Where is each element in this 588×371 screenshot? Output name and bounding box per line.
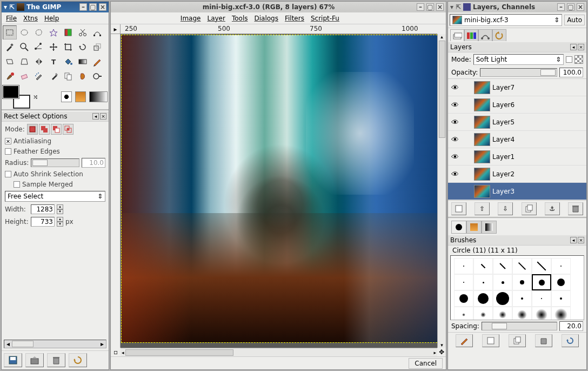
layer-name[interactable]: Layer7 — [492, 84, 514, 91]
blend-mode-dropdown[interactable]: Soft Light ⇕ — [473, 54, 564, 65]
brush-item[interactable] — [532, 307, 551, 320]
layer-thumbnail[interactable] — [474, 150, 490, 163]
tool-ink[interactable] — [46, 69, 61, 83]
fgbg-swatch[interactable] — [3, 85, 30, 108]
restore-options-button[interactable] — [25, 353, 44, 367]
opacity-field[interactable]: 100.0 — [559, 68, 583, 77]
brush-item[interactable] — [512, 290, 532, 307]
brush-item[interactable] — [473, 307, 493, 320]
panel-detach-icon[interactable]: ◂ — [570, 44, 577, 50]
brush-item[interactable] — [454, 274, 473, 290]
active-gradient-indicator[interactable] — [89, 91, 108, 102]
menu-layer[interactable]: Layer — [207, 15, 225, 22]
toolbox-hscroll[interactable]: ◂ ▸ — [4, 340, 106, 348]
tool-move[interactable] — [46, 40, 61, 54]
layer-row[interactable]: 👁Layer4 — [448, 131, 586, 148]
delete-options-button[interactable] — [47, 353, 65, 367]
layer-name[interactable]: Layer5 — [492, 118, 514, 126]
tool-scale[interactable] — [90, 40, 104, 54]
panel-detach-icon[interactable]: ◂ — [570, 237, 577, 243]
tool-eraser[interactable] — [17, 69, 31, 83]
scroll-right-icon[interactable]: ▸ — [98, 340, 106, 348]
tool-magnify[interactable] — [17, 40, 31, 54]
menu-dialogs[interactable]: Dialogs — [254, 15, 278, 22]
opacity-slider[interactable] — [480, 68, 557, 77]
image-titlebar[interactable]: mini-big.xcf-3.0 (RGB, 8 layers) 67% – ▢… — [111, 2, 446, 12]
mode-subtract-button[interactable] — [51, 124, 62, 135]
navigation-button[interactable]: ✥ — [437, 348, 446, 356]
panel-detach-icon[interactable]: ◂ — [92, 113, 99, 120]
layer-thumbnail[interactable] — [474, 116, 490, 129]
tool-color-picker[interactable] — [3, 40, 17, 54]
menu-image[interactable]: Image — [181, 15, 201, 22]
toolbox-titlebar[interactable]: ▾ ⇱ The GIMP – ▢ × — [2, 2, 109, 12]
active-brush-indicator[interactable] — [61, 91, 72, 102]
brush-item[interactable] — [512, 307, 532, 320]
refresh-brushes-button[interactable] — [562, 334, 579, 347]
layer-thumbnail[interactable] — [474, 81, 490, 94]
tab-channels[interactable] — [464, 29, 478, 41]
edit-brush-button[interactable] — [456, 334, 473, 347]
tool-scissors[interactable] — [76, 25, 90, 39]
brush-item[interactable] — [512, 258, 532, 274]
panel-close-icon[interactable]: × — [100, 113, 106, 120]
brush-item[interactable] — [473, 258, 493, 274]
tab-layers[interactable] — [450, 29, 464, 41]
fg-color[interactable] — [3, 85, 19, 98]
tool-clone[interactable] — [61, 69, 75, 83]
antialiasing-checkbox[interactable]: ✕ — [5, 138, 11, 144]
brush-item[interactable] — [493, 290, 512, 307]
window-menu-icon[interactable]: ▾ — [4, 3, 7, 11]
minimize-button[interactable]: – — [557, 3, 565, 11]
maximize-button[interactable]: ▢ — [89, 3, 97, 11]
brush-item[interactable] — [493, 307, 512, 320]
brush-item[interactable] — [532, 274, 551, 290]
layer-name[interactable]: Layer2 — [492, 170, 514, 178]
tool-dodge-burn[interactable] — [90, 69, 104, 83]
layer-row[interactable]: 👁Layer2 — [448, 165, 586, 183]
horizontal-ruler[interactable]: 250 500 750 1000 — [121, 24, 437, 34]
minimize-button[interactable]: – — [79, 3, 87, 11]
horizontal-scrollbar[interactable]: ◂ ▸ — [121, 348, 437, 356]
layer-row[interactable]: Layer3 — [448, 183, 586, 200]
tool-smudge[interactable] — [76, 69, 90, 83]
tool-perspective[interactable] — [17, 55, 31, 69]
feather-checkbox[interactable] — [5, 148, 11, 155]
layer-row[interactable]: 👁Layer5 — [448, 114, 586, 131]
brush-item[interactable] — [473, 274, 493, 290]
new-layer-button[interactable] — [451, 202, 466, 215]
brush-item[interactable] — [551, 307, 571, 320]
anchor-layer-button[interactable]: ⚓ — [545, 202, 560, 215]
tool-paths[interactable] — [90, 25, 104, 39]
reset-options-button[interactable] — [69, 353, 87, 367]
tool-flip[interactable] — [32, 55, 46, 69]
width-field[interactable]: 1283 — [31, 204, 55, 214]
quickmask-button[interactable]: ▫ — [111, 348, 121, 356]
layer-thumbnail[interactable] — [474, 133, 490, 146]
duplicate-brush-button[interactable] — [509, 334, 526, 347]
layer-row[interactable]: 👁Layer7 — [448, 79, 586, 96]
visibility-toggle[interactable]: 👁 — [450, 101, 460, 109]
tab-brushes[interactable] — [451, 221, 466, 234]
delete-layer-button[interactable] — [568, 202, 583, 215]
height-field[interactable]: 733 — [31, 217, 55, 227]
brush-item[interactable] — [454, 307, 473, 320]
tool-rotate[interactable] — [76, 40, 90, 54]
lower-layer-button[interactable]: ⇩ — [498, 202, 513, 215]
menu-tools[interactable]: Tools — [232, 15, 248, 22]
raise-layer-button[interactable]: ⇧ — [475, 202, 490, 215]
layer-thumbnail[interactable] — [474, 185, 490, 198]
vertical-ruler[interactable] — [111, 34, 121, 348]
ruler-origin-button[interactable]: ▸ — [111, 24, 121, 34]
brush-item[interactable] — [454, 258, 473, 274]
tool-paintbrush[interactable] — [3, 69, 17, 83]
brush-item[interactable] — [454, 290, 473, 307]
layer-thumbnail[interactable] — [474, 98, 490, 111]
layer-name[interactable]: Layer3 — [492, 188, 514, 195]
tool-measure[interactable] — [32, 40, 46, 54]
mode-replace-button[interactable] — [27, 124, 38, 135]
image-selector-dropdown[interactable]: mini-big.xcf-3 ⇕ — [450, 14, 562, 26]
active-pattern-indicator[interactable] — [75, 91, 86, 102]
maximize-button[interactable]: ▢ — [426, 3, 434, 11]
visibility-toggle[interactable]: 👁 — [450, 153, 460, 161]
